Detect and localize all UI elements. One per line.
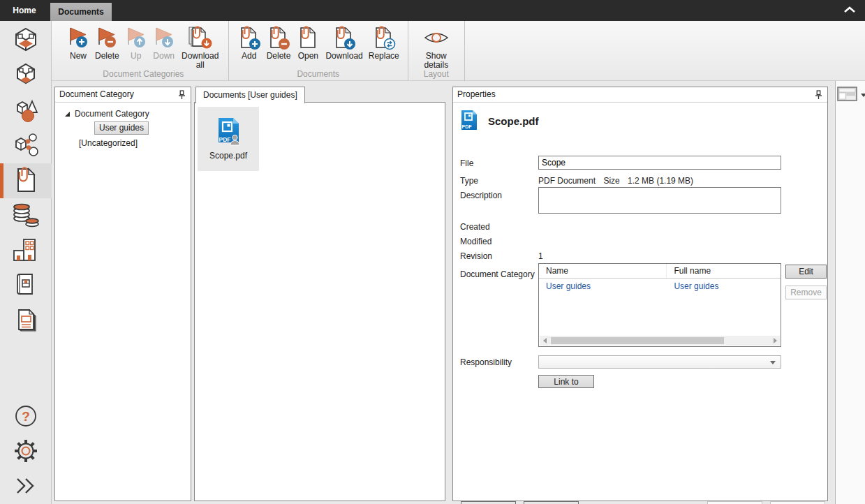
sidebar: ? <box>0 21 52 504</box>
sidebar-spacer <box>0 338 51 399</box>
file-input[interactable] <box>538 156 781 170</box>
doc-add-icon <box>237 24 261 51</box>
flag-down-icon <box>153 24 175 51</box>
shapes-icon <box>12 96 40 126</box>
responsibility-select[interactable] <box>538 355 781 369</box>
gear-icon <box>12 437 40 467</box>
ribbon-button-label: Download <box>325 52 362 61</box>
sidebar-item-documents[interactable] <box>0 163 52 198</box>
tree-item-user-guides[interactable]: User guides <box>94 121 149 135</box>
sidebar-item-expand[interactable] <box>0 469 52 504</box>
document-category-panel: Document Category Document Category User… <box>54 87 191 501</box>
workspace-box-icon <box>12 26 40 57</box>
save-as-button[interactable]: Save as <box>524 501 579 504</box>
link-to-button[interactable]: Link to <box>538 375 594 388</box>
ribbon-group-label: Document Categories <box>59 69 228 79</box>
column-header-name[interactable]: Name <box>539 264 667 278</box>
scroll-right-icon[interactable] <box>770 336 780 346</box>
chevron-down-icon <box>861 94 865 97</box>
save-button[interactable]: Save <box>770 501 825 504</box>
document-category-table: Name Full name User guides User guides <box>538 263 781 347</box>
undo-button[interactable]: Undo <box>707 501 762 504</box>
delete-category-button[interactable]: Delete <box>92 24 122 61</box>
replace-document-button[interactable]: Replace <box>366 24 402 61</box>
ribbon-button-label: Add <box>242 52 256 61</box>
sidebar-item-knowledge[interactable] <box>0 268 52 303</box>
chevron-down-icon <box>770 361 776 364</box>
documents-panel-body: PDF Scope.pdf <box>194 102 445 501</box>
pdf-file-icon: PDF <box>216 117 241 148</box>
column-header-full-name[interactable]: Full name <box>667 264 781 278</box>
move-up-category-button[interactable]: Up <box>122 24 150 61</box>
panel-title: Properties <box>457 89 496 99</box>
sidebar-item-products[interactable] <box>0 59 52 94</box>
sidebar-item-organization[interactable] <box>0 233 52 268</box>
ribbon-group-label: Documents <box>229 69 408 79</box>
table-row[interactable]: User guides User guides <box>539 279 781 294</box>
eye-icon <box>423 24 450 51</box>
tree-root-row[interactable]: Document Category <box>65 109 191 119</box>
description-input[interactable] <box>538 187 781 214</box>
download-document-button[interactable]: Download <box>323 24 365 61</box>
revision-label: Revision <box>460 251 492 261</box>
scroll-left-icon[interactable] <box>540 336 549 346</box>
svg-text:PDF: PDF <box>462 124 473 129</box>
flag-delete-icon <box>96 24 118 51</box>
move-down-category-button[interactable]: Down <box>150 24 178 61</box>
ribbon-button-label: Up <box>131 52 141 61</box>
tree-item-uncategorized[interactable]: [Uncategorized] <box>79 138 191 148</box>
download-all-button[interactable]: Download all <box>178 24 223 71</box>
delete-document-button[interactable]: Delete <box>264 24 294 61</box>
tree-expander-icon[interactable] <box>65 112 70 117</box>
properties-doc-title: Scope.pdf <box>488 115 539 127</box>
layout-selector-button[interactable] <box>837 87 865 104</box>
sidebar-item-workspace[interactable] <box>0 24 52 59</box>
type-value: PDF Document Size 1.2 MB (1.19 MB) <box>538 176 781 186</box>
download-all-icon <box>188 24 213 51</box>
description-label: Description <box>460 191 502 200</box>
sidebar-item-help[interactable]: ? <box>0 399 52 434</box>
scrollbar-thumb[interactable] <box>551 337 724 344</box>
new-category-button[interactable]: New <box>64 24 92 61</box>
product-box-icon <box>13 61 39 91</box>
doc-replace-icon <box>372 24 396 51</box>
tab-home[interactable]: Home <box>0 0 49 21</box>
right-rail <box>835 81 865 504</box>
sidebar-item-settings[interactable] <box>0 434 52 469</box>
ribbon-group-document-categories: New Delete <box>59 21 229 81</box>
ribbon-button-label: Down <box>153 52 175 61</box>
open-button[interactable]: Open <box>461 501 516 504</box>
sidebar-item-shapes[interactable] <box>0 94 52 128</box>
cell-name: User guides <box>539 279 667 294</box>
sidebar-item-share[interactable] <box>0 128 52 163</box>
tab-documents[interactable]: Documents <box>50 3 112 21</box>
sidebar-item-data[interactable] <box>0 198 52 233</box>
layout-grid-icon <box>837 87 858 104</box>
table-header-row: Name Full name <box>539 264 781 279</box>
show-details-button[interactable]: Show details <box>414 24 459 71</box>
ribbon-group-layout: Show details Layout <box>408 21 465 81</box>
coins-stack-icon <box>11 201 40 231</box>
ribbon-button-label: Open <box>298 52 318 61</box>
type-value-text: PDF Document <box>538 176 596 186</box>
ribbon-button-label: Replace <box>369 52 399 61</box>
edit-button[interactable]: Edit <box>785 265 827 279</box>
ribbon-button-label: Show details <box>417 52 456 70</box>
add-document-button[interactable]: Add <box>235 24 264 61</box>
document-category-panel-header: Document Category <box>55 87 191 103</box>
tree-root-label: Document Category <box>75 109 149 119</box>
doc-delete-icon <box>267 24 290 51</box>
titlebar: Home Documents <box>0 0 865 21</box>
pin-icon[interactable] <box>178 90 186 105</box>
documents-panel-tab[interactable]: Documents [User guides] <box>195 87 305 103</box>
sidebar-item-reports[interactable] <box>0 303 52 338</box>
share-cube-icon <box>12 131 40 161</box>
ribbon-group-label: Layout <box>408 69 464 79</box>
open-document-button[interactable]: Open <box>293 24 323 61</box>
horizontal-scrollbar[interactable] <box>540 336 780 346</box>
remove-button[interactable]: Remove <box>785 286 827 299</box>
collapse-ribbon-button[interactable] <box>840 3 859 18</box>
revision-value: 1 <box>538 251 781 261</box>
document-item-label: Scope.pdf <box>209 151 247 161</box>
document-item-scope-pdf[interactable]: PDF Scope.pdf <box>198 107 259 171</box>
